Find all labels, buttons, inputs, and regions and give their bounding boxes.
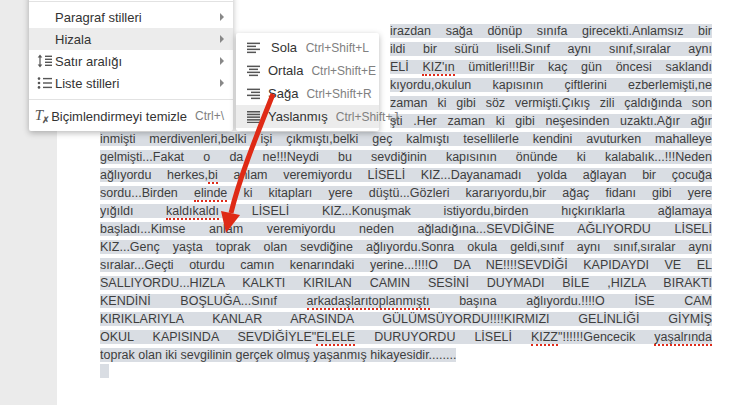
text-line: ağlıyordu herkes,bi anlam veremiyordu Lİ…	[100, 166, 712, 184]
submenu-arrow-icon	[220, 79, 224, 87]
align-justify-icon	[247, 111, 260, 123]
menu-item-label: Liste stilleri	[55, 76, 212, 91]
text-line: yığıldı kaldıkaldı LİSELİ KIZ...Konuşmak…	[100, 202, 712, 220]
menu-item-label: Satır aralığı	[55, 54, 212, 69]
submenu-arrow-icon	[220, 57, 224, 65]
menu-item-line-spacing[interactable]: Satır aralığı	[29, 50, 233, 72]
align-left-icon	[247, 42, 263, 54]
text-line: SALLIYORDU...HIZLA KALKTI KIRILAN CAMIN …	[100, 274, 712, 292]
text-line: toprak olan iki sevgilinin gerçek olmuş …	[100, 346, 712, 364]
menu-cut-top	[29, 0, 233, 2]
text-line: şti .Her zaman ki gibi neşesinden uzaktı…	[390, 112, 712, 130]
menu-item-shortcut: Ctrl+\	[195, 109, 224, 123]
menu-item-align[interactable]: Hizala	[29, 28, 233, 50]
menu-item-clear-formatting[interactable]: T✗ Biçimlendirmeyi temizle Ctrl+\	[29, 105, 233, 127]
submenu-item-align-left[interactable]: Sola Ctrl+Shift+L	[236, 36, 379, 59]
submenu-item-shortcut: Ctrl+Shift+L	[306, 41, 369, 55]
submenu-arrow-icon	[220, 13, 224, 21]
submenu-item-label: Sağa	[268, 86, 298, 101]
submenu-item-shortcut: Ctrl+Shift+J	[336, 110, 399, 124]
submenu-item-align-right[interactable]: Sağa Ctrl+Shift+R	[236, 82, 379, 105]
submenu-item-align-justify[interactable]: Yaslanmış Ctrl+Shift+J	[236, 105, 379, 128]
text-line: sıralar...Geçti oturdu camın kenarındaki…	[100, 256, 712, 274]
menu-item-label: Biçimlendirmeyi temizle	[51, 109, 187, 124]
line-spacing-icon	[33, 54, 55, 68]
submenu-item-shortcut: Ctrl+Shift+E	[311, 64, 376, 78]
text-line: KIRIKLARIYLA KANLAR ARASINDA GÜLÜMSÜYORD…	[100, 310, 712, 328]
text-line: OKUL KAPISINDA SEVDİĞİYLE"ELELE DURUYORD…	[100, 328, 712, 346]
menu-item-list-styles[interactable]: Liste stilleri	[29, 72, 233, 94]
text-line: kıyordu,okulun kapısının çiftlerini ezbe…	[390, 76, 712, 94]
text-line: ildi bir sürü liseli.Sınıf aynı sınıf,sı…	[390, 40, 712, 58]
submenu-item-shortcut: Ctrl+Shift+R	[306, 87, 371, 101]
align-submenu: Sola Ctrl+Shift+L Ortala Ctrl+Shift+E	[236, 33, 379, 131]
app-window: irazdan sağa dönüp sınıfa girecekti.Anla…	[0, 0, 730, 405]
menu-divider	[29, 99, 233, 100]
align-right-icon	[247, 88, 260, 100]
clear-formatting-icon: T✗	[33, 108, 51, 125]
text-line: sordu...Birden elinde ki kitapları yere …	[100, 184, 712, 202]
menu-item-paragraph-styles[interactable]: Paragraf stilleri	[29, 6, 233, 28]
submenu-item-align-center[interactable]: Ortala Ctrl+Shift+E	[236, 59, 379, 82]
text-line: KIZ...Genç yaşta toprak olan sevdiğine a…	[100, 238, 712, 256]
menu-item-label: Hizala	[55, 32, 212, 47]
text-line: gelmişti...Fakat o da ne!!!Neydi bu sevd…	[100, 148, 712, 166]
context-menu: Paragraf stilleri Hizala Satır aralı	[29, 0, 233, 131]
text-line: başladı...Kimse anlam veremiyordu neden …	[100, 220, 712, 238]
submenu-item-label: Ortala	[268, 63, 303, 78]
text-line: irazdan sağa dönüp sınıfa girecekti.Anla…	[390, 22, 712, 40]
submenu-item-label: Yaslanmış	[268, 109, 328, 124]
align-center-icon	[247, 65, 260, 77]
submenu-item-label: Sola	[271, 40, 298, 55]
text-line: inmişti merdivenleri,belki işi çıkmıştı,…	[100, 130, 712, 148]
menu-item-label: Paragraf stilleri	[55, 10, 212, 25]
submenu-arrow-icon	[220, 35, 224, 43]
text-line: KENDİNİ BOŞLUĞA...Sınıf arkadaşlarıtopla…	[100, 292, 712, 310]
text-line: zaman ki gibi söz vermişti.Çıkış zili ça…	[390, 94, 712, 112]
text-line: ELİ KIZ'ın ümitleri!!!Bir kaç gün öncesi…	[390, 58, 712, 76]
list-styles-icon	[33, 76, 55, 90]
selection-stub	[100, 364, 109, 378]
